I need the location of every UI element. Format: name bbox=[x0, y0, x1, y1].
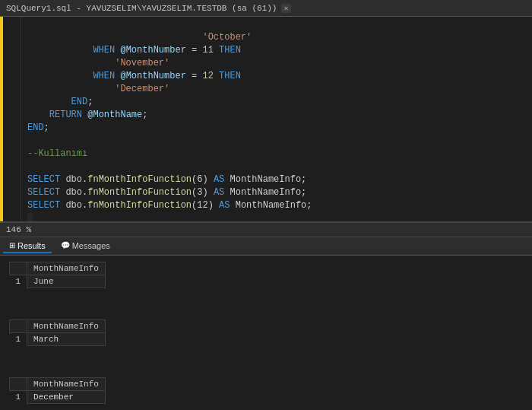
code-lines[interactable]: 'October' WHEN @MonthNumber = 11 THEN 'N… bbox=[21, 17, 532, 221]
results-area[interactable]: MonthNameInfo 1 June MonthName bbox=[0, 256, 532, 410]
tab-messages[interactable]: 💬 Messages bbox=[55, 240, 116, 253]
result-table-1: MonthNameInfo 1 June bbox=[9, 262, 106, 288]
spacer-2 bbox=[0, 351, 532, 373]
row-num-3-1: 1 bbox=[10, 391, 27, 404]
code-content: 'October' WHEN @MonthNumber = 11 THEN 'N… bbox=[0, 17, 532, 221]
result-block-3: MonthNameInfo 1 December bbox=[0, 374, 532, 407]
result-block-2: MonthNameInfo 1 March bbox=[0, 316, 532, 349]
tab-close-button[interactable]: ✕ bbox=[281, 4, 290, 13]
tab-messages-label: Messages bbox=[72, 241, 110, 250]
yellow-indicator-bar bbox=[0, 17, 3, 221]
zoom-level: 146 % bbox=[6, 225, 31, 234]
col-header-2-0 bbox=[10, 320, 27, 333]
line-numbers bbox=[0, 17, 21, 221]
row-num-1-1: 1 bbox=[10, 275, 27, 288]
col-header-2-1: MonthNameInfo bbox=[27, 320, 106, 333]
table-row: 1 December bbox=[10, 391, 106, 404]
title-text: SQLQuery1.sql - YAVUZSELIM\YAVUZSELIM.TE… bbox=[6, 4, 277, 13]
tab-results-label: Results bbox=[17, 241, 46, 250]
table-row: 1 March bbox=[10, 333, 106, 346]
spacer-1 bbox=[0, 293, 532, 315]
title-bar: SQLQuery1.sql - YAVUZSELIM\YAVUZSELIM.TE… bbox=[0, 0, 532, 17]
row-num-2-1: 1 bbox=[10, 333, 27, 346]
cell-1-1-value: June bbox=[27, 275, 106, 288]
result-table-3: MonthNameInfo 1 December bbox=[9, 377, 106, 404]
col-header-1-0 bbox=[10, 262, 27, 275]
messages-icon: 💬 bbox=[61, 241, 70, 249]
title-bar-left: SQLQuery1.sql - YAVUZSELIM\YAVUZSELIM.TE… bbox=[6, 4, 291, 13]
col-header-3-1: MonthNameInfo bbox=[27, 378, 106, 391]
table-row: 1 June bbox=[10, 275, 106, 288]
main-container: 'October' WHEN @MonthNumber = 11 THEN 'N… bbox=[0, 17, 532, 410]
result-block-1: MonthNameInfo 1 June bbox=[0, 259, 532, 291]
code-editor[interactable]: 'October' WHEN @MonthNumber = 11 THEN 'N… bbox=[0, 17, 532, 222]
results-tabs: ⊞ Results 💬 Messages bbox=[0, 237, 532, 256]
results-icon: ⊞ bbox=[9, 241, 15, 249]
cell-2-1-value: March bbox=[27, 333, 106, 346]
col-header-1-1: MonthNameInfo bbox=[27, 262, 106, 275]
result-table-2: MonthNameInfo 1 March bbox=[9, 319, 106, 346]
cell-3-1-value: December bbox=[27, 391, 106, 404]
col-header-3-0 bbox=[10, 378, 27, 391]
tab-results[interactable]: ⊞ Results bbox=[3, 240, 52, 253]
zoom-bar: 146 % bbox=[0, 222, 532, 237]
